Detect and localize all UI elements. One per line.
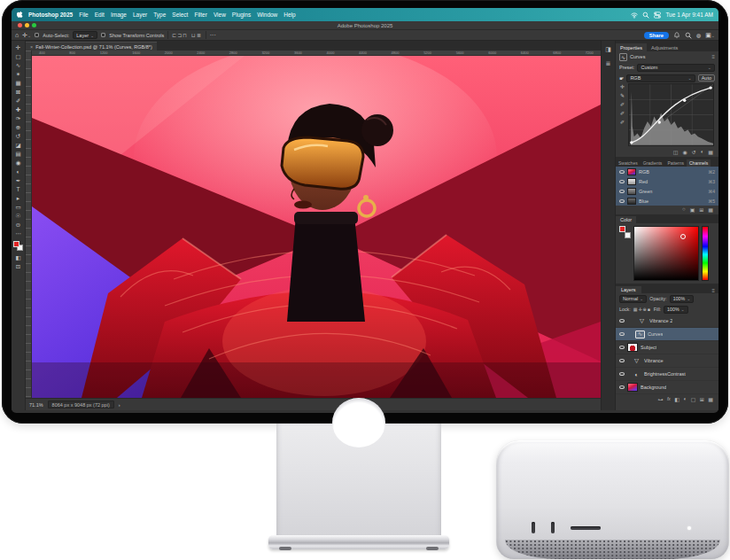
screen-mode-icon[interactable]: ⊡ [13,262,24,271]
load-selection-icon[interactable]: ○ [682,206,686,213]
lock-icons[interactable]: ▦✛⊕■ [633,307,651,312]
delete-channel-icon[interactable]: ▦ [708,206,713,213]
shape-tool-icon[interactable]: ▭ [13,203,24,212]
layer-row-background[interactable]: Background [616,381,718,394]
type-tool-icon[interactable]: T [13,185,24,194]
visibility-eye-icon[interactable] [619,332,625,336]
lasso-tool-icon[interactable]: ∿ [13,61,24,70]
link-layers-icon[interactable]: ⊶ [657,396,663,402]
channel-row-green[interactable]: Green⌘4 [616,186,718,196]
preset-dropdown[interactable]: Custom⌄ [637,64,715,72]
color-panel-tab[interactable]: Color [616,216,636,223]
apple-menu-icon[interactable] [17,11,23,19]
document-canvas[interactable] [32,56,601,398]
channel-dropdown[interactable]: RGB⌄ [626,74,695,82]
channel-row-rgb[interactable]: RGB⌘2 [616,167,718,176]
menu-item-layer[interactable]: Layer [133,12,147,18]
discover-help-icon[interactable]: ◍ [696,33,701,38]
share-button[interactable]: Share [644,32,669,39]
visibility-eye-icon[interactable] [619,199,625,203]
visibility-eye-icon[interactable] [619,359,625,362]
auto-select-checkbox[interactable] [35,33,39,37]
view-previous-state-icon[interactable]: ◉ [682,149,687,155]
vertical-ruler[interactable] [26,51,32,398]
delete-adjustment-icon[interactable]: ▦ [708,149,713,155]
visibility-eye-icon[interactable] [619,372,625,376]
draw-curve-icon[interactable]: ✎ [620,92,625,98]
pen-tool-icon[interactable]: ✒ [13,176,24,185]
menu-item-photoshop-2025[interactable]: Photoshop 2025 [28,12,73,18]
menu-item-plugins[interactable]: Plugins [232,12,251,18]
status-chevron-icon[interactable]: › [119,402,120,408]
color-swatches[interactable] [13,241,23,251]
distribute-icon[interactable]: ⊔≣ [191,32,202,38]
add-mask-icon[interactable]: ◧ [674,396,680,402]
search-icon[interactable] [685,32,692,39]
menu-item-image[interactable]: Image [111,12,127,18]
color-picker-swatches[interactable] [619,226,631,238]
quick-mask-icon[interactable]: ◧ [13,253,24,262]
control-center-icon[interactable] [654,12,661,19]
layer-row-brightnesscontrast[interactable]: ◐BrightnessContrast [616,368,718,381]
menu-item-window[interactable]: Window [257,12,277,18]
visibility-eye-icon[interactable] [619,385,625,389]
show-transform-checkbox[interactable] [101,33,105,37]
fill-dropdown[interactable]: 100%⌄ [664,306,688,314]
new-layer-icon[interactable]: ⊞ [700,396,704,402]
menu-item-file[interactable]: File [79,12,88,18]
move-tool-option-icon[interactable]: ✛⌄ [22,32,31,38]
dodge-tool-icon[interactable]: ◐ [13,167,24,176]
auto-select-dropdown[interactable]: Layer⌄ [73,31,97,39]
menu-item-help[interactable]: Help [283,12,295,18]
channel-row-blue[interactable]: Blue⌘5 [616,196,718,206]
tab-properties[interactable]: Properties [616,43,647,51]
menu-item-filter[interactable]: Filter [194,12,206,18]
layers-menu-icon[interactable]: ≡ [711,288,715,293]
layer-row-vibrance-2[interactable]: ▽Vibrance 2 [616,315,718,328]
history-brush-tool-icon[interactable]: ↺ [13,132,24,141]
crop-tool-icon[interactable]: ▦ [13,79,24,88]
reset-adjustment-icon[interactable]: ↺ [692,149,696,155]
tab-patterns[interactable]: Patterns [664,159,687,167]
visibility-eye-icon[interactable] [619,346,625,349]
new-adjustment-icon[interactable]: ◐ [684,396,687,402]
eyedropper-tool-icon[interactable]: ✐ [13,97,24,105]
save-selection-icon[interactable]: ▣ [690,206,695,213]
saturation-square[interactable] [633,226,699,281]
new-group-icon[interactable]: ▢ [691,396,696,402]
blend-mode-dropdown[interactable]: Normal⌄ [619,295,647,303]
menu-item-type[interactable]: Type [153,12,166,18]
more-options-icon[interactable]: ··· [210,32,216,38]
clone-stamp-tool-icon[interactable]: ⊕ [13,123,24,132]
channel-row-red[interactable]: Red⌘3 [616,176,718,186]
background-color[interactable] [625,232,631,238]
layer-effects-icon[interactable]: fx [667,396,671,402]
hue-strip[interactable] [702,226,709,281]
layers-panel-tab[interactable]: Layers [616,286,641,293]
tab-swatches[interactable]: Swatches [616,159,641,167]
menu-item-select[interactable]: Select [172,12,188,18]
gray-point-eyedropper-icon[interactable]: ✐ [620,110,625,116]
panel-menu-icon[interactable]: ≡ [711,54,715,59]
foreground-color[interactable] [619,226,625,232]
path-selection-tool-icon[interactable]: ▸ [13,194,24,203]
zoom-level[interactable]: 71.1% [29,402,43,408]
close-tab-icon[interactable]: × [30,44,33,50]
targeted-adjustment-icon[interactable]: ☛ [619,75,624,82]
layer-row-vibrance[interactable]: ▽Vibrance [616,354,718,368]
align-left-icon[interactable]: ⊏⊐⊓ [172,32,188,38]
history-panel-icon[interactable]: ◨ [605,46,611,53]
notifications-bell-icon[interactable] [673,32,680,39]
foreground-color-swatch[interactable] [13,241,19,247]
gradient-tool-icon[interactable]: ▤ [13,150,24,159]
hand-tool-icon[interactable]: ☉ [13,212,24,221]
brush-tool-icon[interactable]: ✑ [13,114,24,123]
visibility-eye-icon[interactable] [619,319,625,323]
move-tool-icon[interactable]: ✛ [13,43,24,52]
white-point-eyedropper-icon[interactable]: ✐ [620,119,625,125]
delete-layer-icon[interactable]: ▦ [708,396,713,402]
curves-histogram[interactable] [628,83,714,146]
spotlight-search-icon[interactable] [642,12,649,19]
libraries-panel-icon[interactable]: ≣ [606,60,611,67]
opacity-dropdown[interactable]: 100%⌄ [670,295,695,303]
